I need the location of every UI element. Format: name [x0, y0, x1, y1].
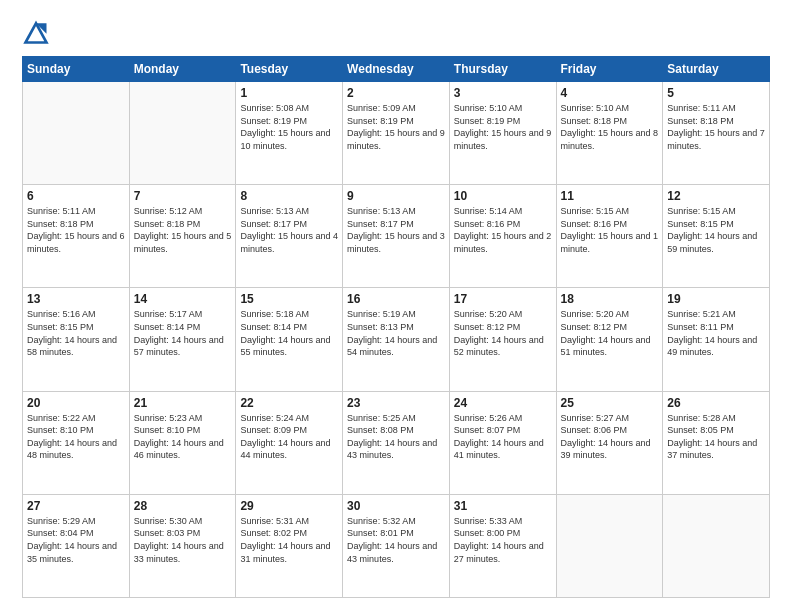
weekday-saturday: Saturday — [663, 57, 770, 82]
day-info: Sunrise: 5:08 AMSunset: 8:19 PMDaylight:… — [240, 102, 338, 152]
day-number: 16 — [347, 292, 445, 306]
day-info: Sunrise: 5:33 AMSunset: 8:00 PMDaylight:… — [454, 515, 552, 565]
day-info: Sunrise: 5:14 AMSunset: 8:16 PMDaylight:… — [454, 205, 552, 255]
calendar-cell — [663, 494, 770, 597]
calendar-table: SundayMondayTuesdayWednesdayThursdayFrid… — [22, 56, 770, 598]
day-number: 22 — [240, 396, 338, 410]
day-info: Sunrise: 5:23 AMSunset: 8:10 PMDaylight:… — [134, 412, 232, 462]
day-number: 4 — [561, 86, 659, 100]
day-info: Sunrise: 5:21 AMSunset: 8:11 PMDaylight:… — [667, 308, 765, 358]
day-info: Sunrise: 5:16 AMSunset: 8:15 PMDaylight:… — [27, 308, 125, 358]
day-number: 18 — [561, 292, 659, 306]
calendar-cell: 23Sunrise: 5:25 AMSunset: 8:08 PMDayligh… — [343, 391, 450, 494]
day-info: Sunrise: 5:25 AMSunset: 8:08 PMDaylight:… — [347, 412, 445, 462]
day-info: Sunrise: 5:17 AMSunset: 8:14 PMDaylight:… — [134, 308, 232, 358]
calendar-cell: 21Sunrise: 5:23 AMSunset: 8:10 PMDayligh… — [129, 391, 236, 494]
day-number: 29 — [240, 499, 338, 513]
day-number: 12 — [667, 189, 765, 203]
calendar-cell: 31Sunrise: 5:33 AMSunset: 8:00 PMDayligh… — [449, 494, 556, 597]
day-number: 3 — [454, 86, 552, 100]
calendar-cell: 25Sunrise: 5:27 AMSunset: 8:06 PMDayligh… — [556, 391, 663, 494]
calendar-cell: 7Sunrise: 5:12 AMSunset: 8:18 PMDaylight… — [129, 185, 236, 288]
day-info: Sunrise: 5:13 AMSunset: 8:17 PMDaylight:… — [347, 205, 445, 255]
calendar-cell: 6Sunrise: 5:11 AMSunset: 8:18 PMDaylight… — [23, 185, 130, 288]
calendar-week-3: 13Sunrise: 5:16 AMSunset: 8:15 PMDayligh… — [23, 288, 770, 391]
day-number: 1 — [240, 86, 338, 100]
calendar-cell: 4Sunrise: 5:10 AMSunset: 8:18 PMDaylight… — [556, 82, 663, 185]
day-info: Sunrise: 5:20 AMSunset: 8:12 PMDaylight:… — [561, 308, 659, 358]
day-number: 27 — [27, 499, 125, 513]
weekday-thursday: Thursday — [449, 57, 556, 82]
day-info: Sunrise: 5:10 AMSunset: 8:18 PMDaylight:… — [561, 102, 659, 152]
day-number: 26 — [667, 396, 765, 410]
day-number: 23 — [347, 396, 445, 410]
calendar-cell: 1Sunrise: 5:08 AMSunset: 8:19 PMDaylight… — [236, 82, 343, 185]
day-info: Sunrise: 5:29 AMSunset: 8:04 PMDaylight:… — [27, 515, 125, 565]
day-info: Sunrise: 5:26 AMSunset: 8:07 PMDaylight:… — [454, 412, 552, 462]
weekday-sunday: Sunday — [23, 57, 130, 82]
day-number: 10 — [454, 189, 552, 203]
calendar-cell: 30Sunrise: 5:32 AMSunset: 8:01 PMDayligh… — [343, 494, 450, 597]
calendar-week-2: 6Sunrise: 5:11 AMSunset: 8:18 PMDaylight… — [23, 185, 770, 288]
day-info: Sunrise: 5:22 AMSunset: 8:10 PMDaylight:… — [27, 412, 125, 462]
calendar-cell: 18Sunrise: 5:20 AMSunset: 8:12 PMDayligh… — [556, 288, 663, 391]
calendar-cell: 10Sunrise: 5:14 AMSunset: 8:16 PMDayligh… — [449, 185, 556, 288]
day-info: Sunrise: 5:24 AMSunset: 8:09 PMDaylight:… — [240, 412, 338, 462]
day-number: 11 — [561, 189, 659, 203]
day-info: Sunrise: 5:30 AMSunset: 8:03 PMDaylight:… — [134, 515, 232, 565]
calendar-cell: 3Sunrise: 5:10 AMSunset: 8:19 PMDaylight… — [449, 82, 556, 185]
header — [22, 18, 770, 46]
day-number: 19 — [667, 292, 765, 306]
day-number: 24 — [454, 396, 552, 410]
calendar-cell: 11Sunrise: 5:15 AMSunset: 8:16 PMDayligh… — [556, 185, 663, 288]
calendar-cell: 9Sunrise: 5:13 AMSunset: 8:17 PMDaylight… — [343, 185, 450, 288]
page: SundayMondayTuesdayWednesdayThursdayFrid… — [0, 0, 792, 612]
calendar-cell: 26Sunrise: 5:28 AMSunset: 8:05 PMDayligh… — [663, 391, 770, 494]
day-number: 21 — [134, 396, 232, 410]
calendar-cell: 28Sunrise: 5:30 AMSunset: 8:03 PMDayligh… — [129, 494, 236, 597]
weekday-monday: Monday — [129, 57, 236, 82]
day-number: 17 — [454, 292, 552, 306]
day-info: Sunrise: 5:18 AMSunset: 8:14 PMDaylight:… — [240, 308, 338, 358]
day-info: Sunrise: 5:19 AMSunset: 8:13 PMDaylight:… — [347, 308, 445, 358]
day-info: Sunrise: 5:20 AMSunset: 8:12 PMDaylight:… — [454, 308, 552, 358]
calendar-cell: 16Sunrise: 5:19 AMSunset: 8:13 PMDayligh… — [343, 288, 450, 391]
calendar-week-1: 1Sunrise: 5:08 AMSunset: 8:19 PMDaylight… — [23, 82, 770, 185]
calendar-cell: 15Sunrise: 5:18 AMSunset: 8:14 PMDayligh… — [236, 288, 343, 391]
day-info: Sunrise: 5:12 AMSunset: 8:18 PMDaylight:… — [134, 205, 232, 255]
logo-icon — [22, 18, 50, 46]
day-info: Sunrise: 5:10 AMSunset: 8:19 PMDaylight:… — [454, 102, 552, 152]
calendar-cell: 29Sunrise: 5:31 AMSunset: 8:02 PMDayligh… — [236, 494, 343, 597]
day-number: 14 — [134, 292, 232, 306]
calendar-cell — [556, 494, 663, 597]
day-info: Sunrise: 5:15 AMSunset: 8:16 PMDaylight:… — [561, 205, 659, 255]
weekday-friday: Friday — [556, 57, 663, 82]
day-number: 13 — [27, 292, 125, 306]
calendar-cell: 24Sunrise: 5:26 AMSunset: 8:07 PMDayligh… — [449, 391, 556, 494]
calendar-cell: 13Sunrise: 5:16 AMSunset: 8:15 PMDayligh… — [23, 288, 130, 391]
day-number: 7 — [134, 189, 232, 203]
day-number: 30 — [347, 499, 445, 513]
calendar-cell: 27Sunrise: 5:29 AMSunset: 8:04 PMDayligh… — [23, 494, 130, 597]
day-info: Sunrise: 5:11 AMSunset: 8:18 PMDaylight:… — [667, 102, 765, 152]
day-number: 31 — [454, 499, 552, 513]
weekday-tuesday: Tuesday — [236, 57, 343, 82]
day-info: Sunrise: 5:15 AMSunset: 8:15 PMDaylight:… — [667, 205, 765, 255]
day-number: 5 — [667, 86, 765, 100]
calendar-cell: 14Sunrise: 5:17 AMSunset: 8:14 PMDayligh… — [129, 288, 236, 391]
weekday-header: SundayMondayTuesdayWednesdayThursdayFrid… — [23, 57, 770, 82]
calendar-cell — [129, 82, 236, 185]
calendar-cell: 19Sunrise: 5:21 AMSunset: 8:11 PMDayligh… — [663, 288, 770, 391]
day-info: Sunrise: 5:09 AMSunset: 8:19 PMDaylight:… — [347, 102, 445, 152]
day-number: 20 — [27, 396, 125, 410]
day-number: 6 — [27, 189, 125, 203]
calendar-cell: 2Sunrise: 5:09 AMSunset: 8:19 PMDaylight… — [343, 82, 450, 185]
day-info: Sunrise: 5:11 AMSunset: 8:18 PMDaylight:… — [27, 205, 125, 255]
calendar-cell: 22Sunrise: 5:24 AMSunset: 8:09 PMDayligh… — [236, 391, 343, 494]
day-info: Sunrise: 5:32 AMSunset: 8:01 PMDaylight:… — [347, 515, 445, 565]
calendar-cell: 8Sunrise: 5:13 AMSunset: 8:17 PMDaylight… — [236, 185, 343, 288]
day-info: Sunrise: 5:13 AMSunset: 8:17 PMDaylight:… — [240, 205, 338, 255]
calendar-body: 1Sunrise: 5:08 AMSunset: 8:19 PMDaylight… — [23, 82, 770, 598]
calendar-cell: 20Sunrise: 5:22 AMSunset: 8:10 PMDayligh… — [23, 391, 130, 494]
day-info: Sunrise: 5:27 AMSunset: 8:06 PMDaylight:… — [561, 412, 659, 462]
